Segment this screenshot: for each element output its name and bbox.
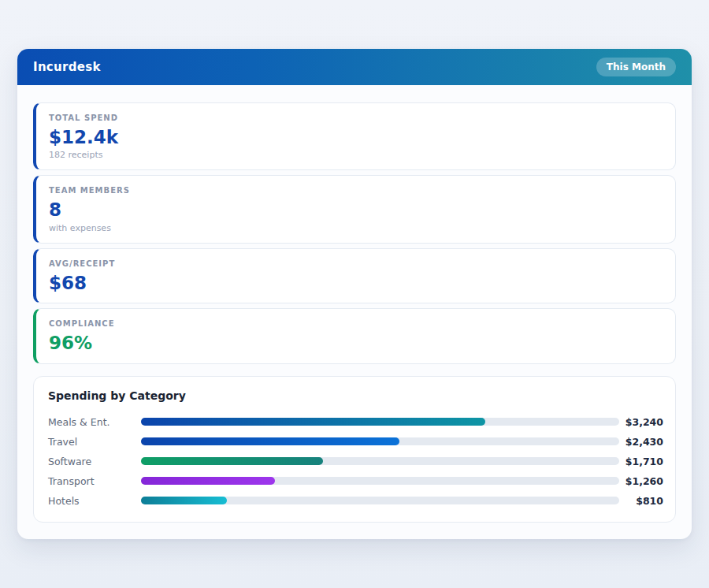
chart-row-hotels: Hotels $810 <box>48 491 663 511</box>
category-label: Transport <box>48 475 141 487</box>
stat-value: $12.4k <box>49 127 663 147</box>
bar-track <box>141 497 619 504</box>
stat-label: TOTAL SPEND <box>49 114 663 122</box>
chart-row-meals: Meals & Ent. $3,240 <box>48 412 663 432</box>
dashboard-body: TOTAL SPEND $12.4k 182 receipts TEAM MEM… <box>17 85 692 539</box>
category-value: $2,430 <box>619 436 663 448</box>
category-label: Travel <box>48 436 141 448</box>
dashboard-card: Incurdesk This Month TOTAL SPEND $12.4k … <box>17 49 692 539</box>
category-label: Meals & Ent. <box>48 416 141 428</box>
bar-track <box>141 437 619 445</box>
chart-row-transport: Transport $1,260 <box>48 471 663 491</box>
bar-track <box>141 477 619 485</box>
app-title: Incurdesk <box>33 60 101 74</box>
bar-fill <box>141 457 323 465</box>
spending-by-category-chart: Spending by Category Meals & Ent. $3,240… <box>33 376 676 523</box>
category-value: $1,710 <box>619 456 663 467</box>
stat-card-avg-receipt: AVG/RECEIPT $68 <box>33 248 676 303</box>
category-value: $3,240 <box>619 416 663 428</box>
stat-subtext: 182 receipts <box>49 150 663 160</box>
stat-label: AVG/RECEIPT <box>49 259 663 268</box>
category-value: $1,260 <box>619 475 663 487</box>
stat-card-total-spend: TOTAL SPEND $12.4k 182 receipts <box>33 102 676 170</box>
stat-value: 8 <box>49 199 663 220</box>
category-label: Software <box>48 456 141 467</box>
bar-fill <box>141 477 275 485</box>
bar-fill <box>141 437 399 445</box>
bar-fill <box>141 497 227 504</box>
category-value: $810 <box>619 495 663 507</box>
chart-title: Spending by Category <box>48 389 663 402</box>
stat-subtext: with expenses <box>49 223 663 233</box>
stat-value: $68 <box>49 273 663 293</box>
app-header: Incurdesk This Month <box>17 49 692 85</box>
stat-label: COMPLIANCE <box>49 319 663 328</box>
bar-fill <box>141 418 485 426</box>
chart-row-software: Software $1,710 <box>48 452 663 471</box>
stat-card-compliance: COMPLIANCE 96% <box>33 308 676 363</box>
stat-label: TEAM MEMBERS <box>49 186 663 195</box>
stat-card-team-members: TEAM MEMBERS 8 with expenses <box>33 175 676 243</box>
category-label: Hotels <box>48 495 141 507</box>
chart-row-travel: Travel $2,430 <box>48 432 663 452</box>
bar-track <box>141 418 619 426</box>
bar-track <box>141 457 619 465</box>
period-badge[interactable]: This Month <box>596 58 676 76</box>
stat-value: 96% <box>49 333 663 353</box>
page-background: { "app": { "title": "Incurdesk", "period… <box>0 0 709 588</box>
